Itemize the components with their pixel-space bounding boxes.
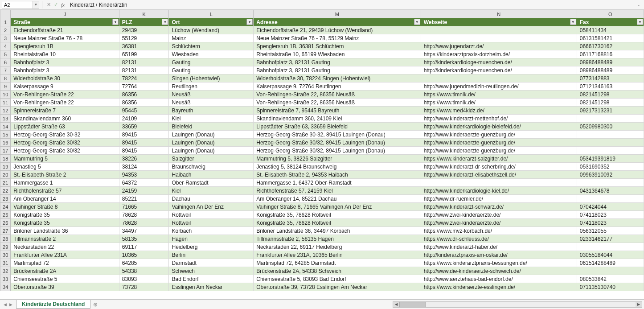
cell[interactable]: 06117168816	[577, 50, 644, 58]
cell[interactable]	[421, 179, 577, 187]
cell[interactable]	[577, 115, 644, 123]
row-header[interactable]: 2	[0, 26, 11, 34]
cell[interactable]: 82131	[119, 58, 169, 66]
cell[interactable]: 83093	[119, 275, 169, 283]
cell[interactable]: Salzgitter	[169, 155, 254, 163]
cell[interactable]: Rheintalstraße 10, 65199 Wiesbaden	[254, 50, 421, 58]
filter-icon[interactable]: ▼	[637, 19, 643, 25]
cell[interactable]: Eichendorffstraße 21, 29439 Lüchow (Wend…	[254, 26, 421, 34]
row-header[interactable]: 22	[0, 187, 11, 195]
cell[interactable]: https://www.med4kidz.de/	[421, 107, 577, 115]
cell[interactable]: Spinnereistraße 7, 95445 Bayreuth	[254, 107, 421, 115]
cell[interactable]	[577, 243, 644, 251]
cell[interactable]: Wiesbaden	[169, 50, 254, 58]
header-adresse[interactable]: Adresse▼	[254, 18, 421, 26]
row-header[interactable]: 6	[0, 58, 11, 66]
cell[interactable]: 58135	[119, 235, 169, 243]
cell[interactable]: 29439	[119, 26, 169, 34]
cell[interactable]: Darmstadt	[169, 259, 254, 267]
cell[interactable]: 070424044	[577, 203, 644, 211]
cell[interactable]: Königstraße 35, 78628 Rottweil	[254, 211, 421, 219]
row-header[interactable]: 19	[0, 163, 11, 171]
cell[interactable]: Briloner Landstraße 36, 34497 Korbach	[254, 227, 421, 235]
cell[interactable]: 78628	[119, 219, 169, 227]
cell[interactable]: Am Oberanger 14, 85221 Dachau	[254, 195, 421, 203]
cell[interactable]: Bahnhofplatz 3	[11, 66, 119, 74]
cell[interactable]: 85221	[119, 195, 169, 203]
cell[interactable]: Berlin	[169, 251, 254, 259]
cell[interactable]: Jenastieg 5, 38124 Braunschweig	[254, 163, 421, 171]
row-header[interactable]: 31	[0, 259, 11, 267]
cell[interactable]: 07121346163	[577, 82, 644, 91]
cell[interactable]: Brückenstraße 2A	[11, 267, 119, 275]
col-header-M[interactable]: M	[254, 10, 421, 18]
cell[interactable]: 36381	[119, 42, 169, 50]
cell[interactable]: http://www.kinderarzt-schwarz.de/	[421, 203, 577, 211]
select-all-corner[interactable]	[0, 10, 11, 18]
cell[interactable]: Frankfurter Allee 231A, 10365 Berlin	[254, 251, 421, 259]
tab-nav-next-icon[interactable]: ▶	[8, 302, 13, 307]
cell[interactable]: Tillmannsstraße 2	[11, 235, 119, 243]
formula-expand-icon[interactable]: ⌄	[635, 3, 642, 7]
cell[interactable]: Richthofenstraße 57, 24159 Kiel	[254, 187, 421, 195]
cell[interactable]: http://www.die-kinderaerzte-schweich.de/	[421, 267, 577, 275]
cell[interactable]: 78628	[119, 211, 169, 219]
cell[interactable]: 06661730162	[577, 42, 644, 50]
accept-icon[interactable]: ✓	[52, 1, 59, 8]
col-header-O[interactable]: O	[577, 10, 644, 18]
row-header[interactable]: 28	[0, 235, 11, 243]
cell[interactable]: Lippstädter Straße 63, 33659 Bielefeld	[254, 123, 421, 131]
cell[interactable]: 82131	[119, 66, 169, 74]
col-header-L[interactable]: L	[169, 10, 254, 18]
cell[interactable]: Lüchow (Wendland)	[169, 26, 254, 34]
cell[interactable]: Lauingen (Donau)	[169, 147, 254, 155]
cell[interactable]: 38124	[119, 163, 169, 171]
row-header[interactable]: 33	[0, 275, 11, 283]
cell[interactable]: Skandinaviendamm 360, 24109 Kiel	[254, 115, 421, 123]
header-ort[interactable]: Ort▼	[169, 18, 254, 26]
cell[interactable]: http://www.zwei-kinderaerzte.de/	[421, 219, 577, 227]
cell[interactable]: https://www.kinderaerzte-esslingen.de/	[421, 283, 577, 291]
cell[interactable]: Vaihinger Straße 8, 71665 Vaihingen An D…	[254, 203, 421, 211]
cell[interactable]: 95445	[119, 107, 169, 115]
cell[interactable]: Am Oberanger 14	[11, 195, 119, 203]
row-header[interactable]: 29	[0, 243, 11, 251]
cell[interactable]	[577, 147, 644, 155]
cell[interactable]: 65199	[119, 50, 169, 58]
cell[interactable]: http://www.jugendmedizin-reutlingen.de/	[421, 82, 577, 91]
cell[interactable]: 071135130740	[577, 283, 644, 291]
cell[interactable]	[577, 195, 644, 203]
col-header-N[interactable]: N	[421, 10, 577, 18]
cell[interactable]: St.-Elisabeth-Straße 2	[11, 171, 119, 179]
cell[interactable]: Brückenstraße 2A, 54338 Schweich	[254, 267, 421, 275]
cell[interactable]: 94353	[119, 171, 169, 179]
filter-icon[interactable]: ▼	[246, 19, 253, 25]
row-header[interactable]: 32	[0, 267, 11, 275]
cell[interactable]: Lauingen (Donau)	[169, 131, 254, 139]
cell[interactable]	[421, 26, 577, 34]
cell[interactable]	[577, 139, 644, 147]
spreadsheet-grid[interactable]: J K L M N O 1 Straße▼ PLZ▼ Ort▼ Adresse▼…	[0, 10, 644, 299]
cell[interactable]: Spinnereistraße 7	[11, 107, 119, 115]
cell[interactable]: Von-Rehlingen-Straße 22, 86356 Neusäß	[254, 91, 421, 99]
cell[interactable]: Von-Rehlingen-Straße 22	[11, 91, 119, 99]
cell[interactable]: Kaiserpassage 9, 72764 Reutlingen	[254, 82, 421, 91]
scroll-left-icon[interactable]: ◀	[393, 302, 399, 307]
cell[interactable]: https://www.timnik.de/	[421, 91, 577, 99]
row-header[interactable]: 18	[0, 155, 11, 163]
cell[interactable]: Gauting	[169, 66, 254, 74]
cell[interactable]: Neckarstaden 22	[11, 243, 119, 251]
cell[interactable]: https://kinderarztpraxis-dotzheim.de/	[421, 50, 577, 58]
cell[interactable]: 33659	[119, 123, 169, 131]
cell[interactable]: Königstraße 35, 78628 Rottweil	[254, 219, 421, 227]
cell[interactable]: Vaihinger Straße 8	[11, 203, 119, 211]
cell[interactable]	[421, 34, 577, 42]
header-webseite[interactable]: Webseite▼	[421, 18, 577, 26]
cell[interactable]: http://kinderkardiologe-muenchen.de/	[421, 58, 577, 66]
row-header[interactable]: 3	[0, 34, 11, 42]
row-header[interactable]: 8	[0, 74, 11, 82]
cell[interactable]: Bahnhofplatz 3, 82131 Gauting	[254, 58, 421, 66]
row-header[interactable]: 21	[0, 179, 11, 187]
cell[interactable]: Von-Rehlingen-Straße 22, 86356 Neusäß	[254, 99, 421, 107]
row-header[interactable]: 15	[0, 131, 11, 139]
